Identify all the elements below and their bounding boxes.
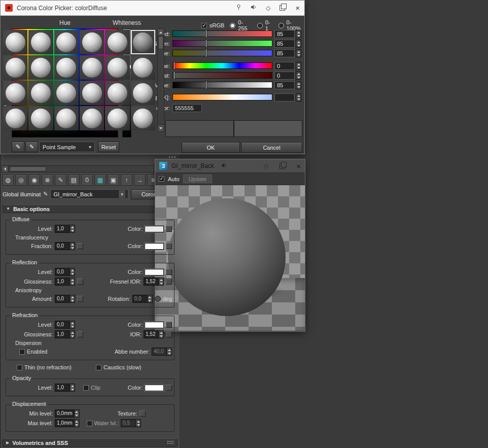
send-to-window-icon[interactable]: [280, 5, 285, 11]
dock-icon[interactable]: ◇: [264, 162, 268, 169]
scroll-left-icon[interactable]: [2, 165, 9, 173]
material-slot[interactable]: [105, 30, 129, 54]
screen-picker-button[interactable]: ✎: [25, 142, 38, 152]
green-slider[interactable]: [172, 40, 272, 47]
rollout-basic-options[interactable]: ▼ Basic options: [3, 204, 178, 213]
clip-checkbox[interactable]: [83, 385, 89, 391]
reflection-color-map-button[interactable]: [166, 269, 172, 275]
anisotropy-amount-spinner[interactable]: 0,0: [55, 295, 75, 303]
diffuse-level-spinner[interactable]: 1,0: [55, 225, 75, 233]
assign-material-to-selection-icon[interactable]: ◉: [28, 175, 40, 186]
reset-button[interactable]: Reset: [98, 142, 119, 152]
material-slot[interactable]: [28, 106, 53, 130]
opacity-color-swatch[interactable]: [145, 385, 164, 391]
color-picker-titlebar[interactable]: Corona Color Picker: colorDiffuse ◇ ×: [1, 1, 304, 16]
old-color-swatch[interactable]: [165, 120, 234, 137]
material-slot[interactable]: [28, 30, 53, 54]
abbe-number-spinner[interactable]: 40,0: [152, 348, 172, 356]
material-slot[interactable]: [54, 106, 79, 130]
material-slot[interactable]: [80, 106, 104, 130]
material-slot[interactable]: [80, 81, 104, 105]
rollout-volumetrics[interactable]: ▶ Volumetrics and SSS: [3, 438, 178, 447]
scroll-down-icon[interactable]: [158, 124, 164, 131]
thin-checkbox[interactable]: [17, 365, 22, 370]
reflection-color-swatch[interactable]: [145, 269, 164, 275]
slots-vertical-scrollbar[interactable]: [157, 28, 164, 132]
min-level-spinner[interactable]: 0,0mm: [55, 409, 80, 418]
temp-value-field[interactable]: [274, 93, 295, 101]
rotation-map-button[interactable]: [155, 296, 161, 302]
red-slider[interactable]: [172, 30, 272, 37]
material-name-select[interactable]: GI_mirror_Back ▾: [50, 189, 128, 199]
hue-value-field[interactable]: 0: [274, 62, 295, 70]
water-level-spinner[interactable]: 0,5: [121, 419, 141, 427]
scroll-up-icon[interactable]: [158, 29, 164, 36]
diffuse-color-map-button[interactable]: [166, 226, 172, 232]
speaker-icon[interactable]: [221, 162, 227, 170]
blue-spinner[interactable]: [296, 49, 301, 57]
material-slot[interactable]: [105, 55, 129, 80]
pin-icon[interactable]: [236, 4, 241, 12]
material-slot[interactable]: [80, 30, 104, 54]
make-material-copy-icon[interactable]: ✎: [55, 175, 66, 186]
max-level-spinner[interactable]: 1,0mm: [55, 419, 80, 427]
red-spinner[interactable]: [296, 30, 301, 38]
value-value-field[interactable]: 85: [274, 81, 295, 89]
render-window-titlebar[interactable]: 3 GI_mirror_Back ◇ ×: [155, 159, 305, 173]
scroll-thumb[interactable]: [158, 36, 163, 49]
eyedropper-button[interactable]: ✎: [12, 142, 24, 152]
refraction-level-spinner[interactable]: 0,0: [55, 321, 75, 329]
material-slot[interactable]: [3, 81, 27, 105]
hex-input[interactable]: 555555: [172, 104, 202, 112]
new-color-swatch[interactable]: [234, 120, 302, 137]
fresnel-ior-map-button[interactable]: [166, 279, 172, 285]
blue-slider[interactable]: [172, 50, 272, 56]
temp-spinner[interactable]: [296, 93, 301, 101]
material-slot[interactable]: [105, 106, 129, 130]
material-slot[interactable]: [54, 55, 79, 80]
speaker-icon[interactable]: [251, 4, 257, 12]
refraction-glossiness-spinner[interactable]: 1,0: [55, 330, 75, 338]
refraction-color-map-button[interactable]: [166, 322, 172, 328]
sat-slider[interactable]: [172, 72, 272, 79]
send-to-window-icon[interactable]: [280, 163, 285, 169]
sat-spinner[interactable]: [296, 72, 301, 80]
refraction-color-swatch[interactable]: [145, 322, 164, 328]
go-forward-to-sibling-icon[interactable]: →: [134, 175, 146, 186]
reflection-glossiness-spinner[interactable]: 1,0: [55, 278, 75, 286]
ior-spinner[interactable]: 1,52: [144, 330, 164, 338]
material-slot[interactable]: [28, 55, 53, 80]
reflection-level-spinner[interactable]: 0,0: [55, 268, 75, 276]
diffuse-color-swatch[interactable]: [145, 226, 164, 232]
hue-slider[interactable]: [172, 62, 272, 69]
amount-map-button[interactable]: [77, 296, 83, 302]
get-material-icon[interactable]: ◍: [2, 175, 14, 186]
range-0-255-radio[interactable]: [230, 23, 235, 28]
material-slot[interactable]: [131, 106, 155, 130]
hue-spinner[interactable]: [296, 62, 301, 70]
show-end-result-icon[interactable]: ▣: [108, 175, 119, 186]
scroll-track[interactable]: [9, 165, 154, 173]
translucency-color-map-button[interactable]: [166, 243, 172, 249]
srgb-checkbox[interactable]: ✓: [201, 23, 207, 28]
close-icon[interactable]: ×: [295, 4, 300, 12]
slots-horizontal-scrollbar[interactable]: [2, 165, 169, 173]
rename-pencil-icon[interactable]: ✎: [43, 191, 48, 197]
translucency-color-swatch[interactable]: [145, 243, 164, 250]
sat-value-field[interactable]: 0: [274, 72, 295, 80]
opacity-level-spinner[interactable]: 1,0: [55, 384, 75, 392]
opacity-color-map-button[interactable]: [166, 385, 172, 391]
water-level-checkbox[interactable]: [87, 421, 92, 426]
material-slot[interactable]: [54, 30, 79, 54]
fraction-map-button[interactable]: [77, 243, 83, 249]
material-slot[interactable]: [3, 55, 27, 80]
dispersion-enabled-checkbox[interactable]: [19, 349, 25, 355]
material-slot[interactable]: [131, 55, 155, 80]
material-slot[interactable]: [80, 55, 104, 80]
reset-material-icon[interactable]: ⊗: [42, 175, 53, 186]
update-button[interactable]: Update: [183, 175, 212, 183]
red-value-field[interactable]: 85: [274, 30, 295, 38]
material-slot-selected[interactable]: [131, 30, 155, 54]
put-to-library-icon[interactable]: ▤: [68, 175, 80, 186]
blue-value-field[interactable]: 85: [274, 49, 295, 57]
